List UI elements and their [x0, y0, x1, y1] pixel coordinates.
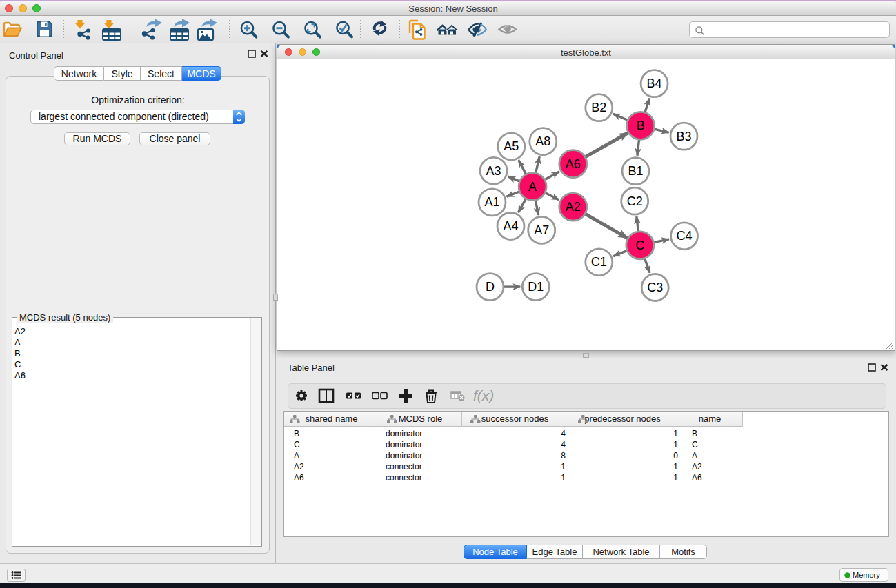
- svg-text:A8: A8: [535, 134, 550, 148]
- svg-text:A3: A3: [486, 164, 501, 178]
- svg-text:C4: C4: [676, 229, 692, 243]
- svg-text:A: A: [528, 180, 537, 194]
- svg-text:A4: A4: [503, 219, 518, 233]
- svg-text:A6: A6: [566, 157, 581, 171]
- svg-text:A2: A2: [566, 200, 581, 214]
- svg-text:D1: D1: [528, 280, 544, 294]
- svg-text:B1: B1: [628, 164, 643, 178]
- svg-text:C2: C2: [627, 194, 643, 208]
- svg-text:C3: C3: [647, 281, 663, 294]
- svg-text:f(x): f(x): [473, 387, 494, 403]
- svg-text:C: C: [635, 239, 644, 252]
- svg-text:B: B: [637, 119, 645, 132]
- svg-text:B3: B3: [676, 130, 691, 143]
- svg-text:A5: A5: [504, 139, 519, 153]
- svg-text:B4: B4: [647, 77, 662, 90]
- svg-text:A7: A7: [534, 223, 549, 237]
- svg-text:A1: A1: [484, 195, 499, 209]
- svg-text:D: D: [486, 280, 495, 294]
- svg-text:C1: C1: [591, 255, 607, 269]
- svg-text:B2: B2: [591, 101, 606, 114]
